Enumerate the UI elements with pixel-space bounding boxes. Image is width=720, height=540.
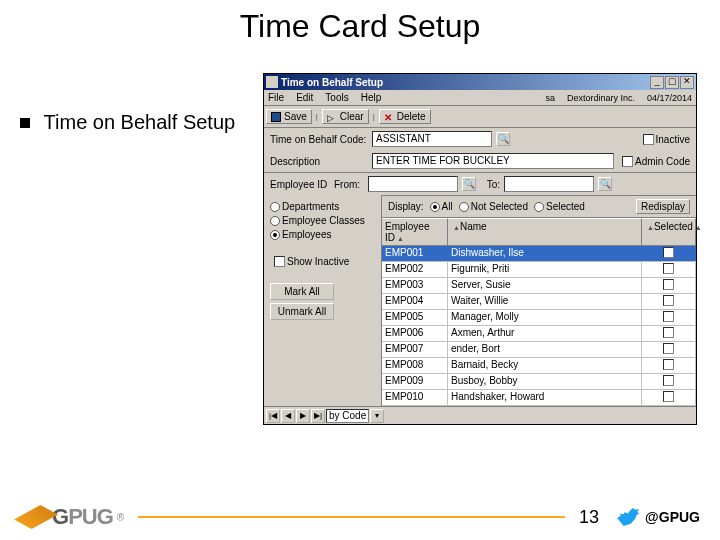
radio-classes[interactable]: Employee Classes	[270, 215, 375, 226]
window-titlebar[interactable]: Time on Behalf Setup _ ▢ ✕	[264, 74, 696, 90]
logo-text: GGPUGPUG	[52, 504, 113, 530]
radio-icon	[534, 202, 544, 212]
menu-edit[interactable]: Edit	[296, 92, 313, 103]
radio-not-selected[interactable]: Not Selected	[459, 201, 528, 212]
all-label: All	[442, 201, 453, 212]
unmark-all-button[interactable]: Unmark All	[270, 303, 334, 320]
radio-all[interactable]: All	[430, 201, 453, 212]
checkbox-icon	[663, 263, 674, 274]
cell-empid: EMP001	[382, 246, 448, 261]
body-split: Departments Employee Classes Employees S…	[264, 195, 696, 406]
cell-name: Axmen, Arthur	[448, 326, 642, 341]
nav-prev[interactable]: ◀	[281, 409, 295, 423]
input-description[interactable]: ENTER TIME FOR BUCKLEY	[372, 153, 614, 169]
nav-last[interactable]: ▶|	[311, 409, 325, 423]
table-row[interactable]: EMP007ender, Bort	[382, 342, 696, 358]
lookup-code[interactable]: 🔍	[496, 132, 510, 146]
table-row[interactable]: EMP003Server, Susie	[382, 278, 696, 294]
cell-name: ender, Bort	[448, 342, 642, 357]
menu-tools[interactable]: Tools	[325, 92, 348, 103]
departments-label: Departments	[282, 201, 339, 212]
cell-selected[interactable]	[642, 342, 696, 357]
label-description: Description	[270, 156, 368, 167]
mark-all-button[interactable]: Mark All	[270, 283, 334, 300]
status-company: Dextordinary Inc.	[567, 93, 635, 103]
col-name[interactable]: ▲Name	[448, 218, 642, 245]
bullet-icon	[20, 118, 30, 128]
cell-empid: EMP002	[382, 262, 448, 277]
sort-icon: ▲	[397, 235, 404, 242]
menu-help[interactable]: Help	[361, 92, 382, 103]
table-row[interactable]: EMP006Axmen, Arthur	[382, 326, 696, 342]
employees-label: Employees	[282, 229, 331, 240]
grid-body: EMP001Dishwasher, IlseEMP002Figurnik, Pr…	[382, 246, 696, 406]
table-row[interactable]: EMP010Handshaker, Howard	[382, 390, 696, 406]
table-row[interactable]: EMP001Dishwasher, Ilse	[382, 246, 696, 262]
radio-icon	[270, 216, 280, 226]
label-to: To:	[480, 179, 500, 190]
cell-selected[interactable]	[642, 358, 696, 373]
cell-selected[interactable]	[642, 246, 696, 261]
cell-empid: EMP006	[382, 326, 448, 341]
cell-selected[interactable]	[642, 310, 696, 325]
checkbox-show-inactive[interactable]: Show Inactive	[274, 256, 375, 267]
checkbox-icon	[663, 279, 674, 290]
close-button[interactable]: ✕	[680, 76, 694, 89]
minimize-button[interactable]: _	[650, 76, 664, 89]
checkbox-icon	[663, 311, 674, 322]
cell-selected[interactable]	[642, 374, 696, 389]
cell-name: Busboy, Bobby	[448, 374, 642, 389]
nav-first[interactable]: |◀	[266, 409, 280, 423]
footer-divider	[138, 516, 565, 518]
page-number: 13	[579, 507, 599, 528]
cell-selected[interactable]	[642, 262, 696, 277]
save-button[interactable]: Save	[266, 109, 312, 124]
delete-icon: ✕	[384, 112, 394, 122]
sort-dropdown[interactable]: ▾	[370, 409, 384, 423]
lookup-from[interactable]: 🔍	[462, 177, 476, 191]
input-to[interactable]	[504, 176, 594, 192]
table-row[interactable]: EMP002Figurnik, Priti	[382, 262, 696, 278]
table-row[interactable]: EMP008Barnaid, Becky	[382, 358, 696, 374]
radio-employees[interactable]: Employees	[270, 229, 375, 240]
cell-name: Barnaid, Becky	[448, 358, 642, 373]
cell-name: Server, Susie	[448, 278, 642, 293]
table-row[interactable]: EMP009Busboy, Bobby	[382, 374, 696, 390]
checkbox-admin[interactable]: Admin Code	[622, 156, 690, 167]
checkbox-icon	[622, 156, 633, 167]
clear-button[interactable]: Clear	[322, 109, 369, 124]
col-emp-label: Employee ID	[385, 221, 429, 243]
col-selected[interactable]: ▲Selected▲	[642, 218, 696, 245]
input-code[interactable]: ASSISTANT	[372, 131, 492, 147]
delete-button[interactable]: ✕Delete	[379, 109, 431, 124]
input-from[interactable]	[368, 176, 458, 192]
row-code: Time on Behalf Code: ASSISTANT 🔍 Inactiv…	[264, 128, 696, 150]
table-row[interactable]: EMP004Waiter, Willie	[382, 294, 696, 310]
sort-icon: ▲	[647, 224, 654, 231]
nav-next[interactable]: ▶	[296, 409, 310, 423]
cell-selected[interactable]	[642, 390, 696, 405]
checkbox-inactive[interactable]: Inactive	[643, 134, 690, 145]
menu-file[interactable]: File	[268, 92, 284, 103]
label-empid: Employee ID	[270, 179, 330, 190]
delete-label: Delete	[397, 111, 426, 122]
cell-selected[interactable]	[642, 278, 696, 293]
registered-icon: ®	[117, 512, 124, 523]
radio-departments[interactable]: Departments	[270, 201, 375, 212]
slide-bullet: Time on Behalf Setup	[20, 110, 240, 134]
sort-select[interactable]: by Code	[326, 409, 369, 423]
window-title: Time on Behalf Setup	[281, 77, 650, 88]
cell-name: Figurnik, Priti	[448, 262, 642, 277]
maximize-button[interactable]: ▢	[665, 76, 679, 89]
table-row[interactable]: EMP005Manager, Molly	[382, 310, 696, 326]
cell-name: Manager, Molly	[448, 310, 642, 325]
inactive-label: Inactive	[656, 134, 690, 145]
redisplay-button[interactable]: Redisplay	[636, 199, 690, 214]
col-employee-id[interactable]: Employee ID▲	[382, 218, 448, 245]
cell-selected[interactable]	[642, 294, 696, 309]
status-date: 04/17/2014	[647, 93, 692, 103]
radio-selected[interactable]: Selected	[534, 201, 585, 212]
lookup-to[interactable]: 🔍	[598, 177, 612, 191]
employee-grid: Display: All Not Selected Selected Redis…	[382, 195, 696, 406]
cell-selected[interactable]	[642, 326, 696, 341]
